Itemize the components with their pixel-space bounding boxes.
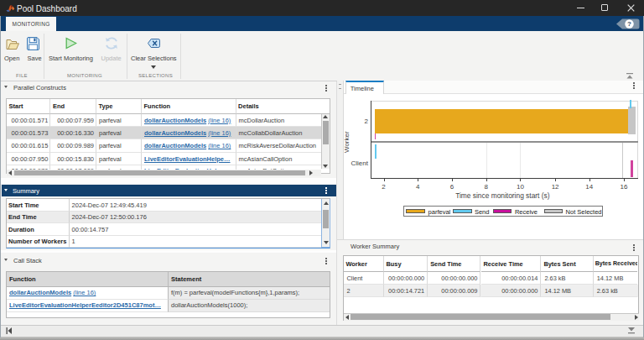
svg-text:?: ?: [627, 20, 631, 28]
